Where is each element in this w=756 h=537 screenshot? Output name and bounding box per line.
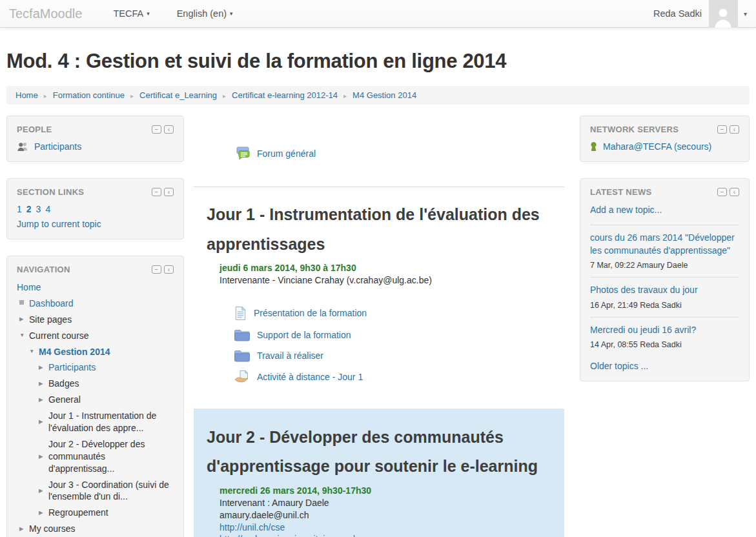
chevron-down-icon: ▾ (147, 10, 150, 17)
page-icon (234, 306, 247, 321)
tree-collapse-icon[interactable] (29, 348, 39, 355)
collapse-block-icon[interactable]: − (152, 125, 161, 134)
nav-item-m4-gestion-2014[interactable]: M4 Gestion 2014 (39, 346, 110, 358)
section-jour-2-heading: Jour 2 - Développer des communautés d'ap… (207, 423, 551, 481)
section-link-4[interactable]: 4 (45, 204, 50, 214)
section-link-1[interactable]: 1 (17, 204, 22, 214)
section-link-2-current[interactable]: 2 (26, 204, 32, 214)
nav-item-my-courses[interactable]: My courses (29, 523, 76, 535)
external-link-unil[interactable]: http://unil.ch/cse (220, 522, 285, 532)
dock-block-icon[interactable]: ‹ (164, 265, 174, 274)
breadcrumb-separator-icon: ▸ (44, 92, 47, 99)
tree-expand-icon[interactable] (39, 364, 48, 371)
tree-expand-icon[interactable] (39, 453, 48, 460)
tree-expand-icon[interactable] (39, 396, 48, 403)
dock-block-icon[interactable]: ‹ (164, 188, 174, 196)
section-number-links: 1234 (17, 204, 174, 214)
older-topics-link[interactable]: Older topics ... (590, 361, 648, 371)
collapse-block-icon[interactable]: − (152, 188, 161, 196)
jump-to-current-topic-link[interactable]: Jump to current topic (17, 219, 101, 229)
section-jour-1-heading: Jour 1 - Instrumentation de l'évaluation… (207, 200, 564, 259)
content-columns: PEOPLE − ‹ Participants (6, 116, 750, 537)
nav-item-participants[interactable]: Participants (48, 361, 96, 374)
news-item: Photos des travaux du jour 16 Apr, 21:49… (590, 284, 739, 310)
navigation-tree: Home Dashboard Site pages Current course… (17, 281, 174, 535)
mahara-server-icon (590, 141, 597, 152)
news-title-link[interactable]: Mercredi ou jeudi 16 avril? (590, 324, 739, 337)
nav-item-general[interactable]: General (48, 394, 81, 406)
dock-block-icon[interactable]: ‹ (730, 188, 739, 196)
block-people: PEOPLE − ‹ Participants (6, 116, 184, 162)
section-link-3[interactable]: 3 (36, 204, 41, 214)
block-latest-news: LATEST NEWS − ‹ Add a new topic... cours… (580, 178, 750, 381)
resource-link[interactable]: Support de la formation (257, 330, 351, 340)
user-menu-caret-icon[interactable]: ▾ (744, 10, 747, 17)
nav-item-regroupement[interactable]: Regroupement (48, 507, 108, 519)
block-section-links-title: SECTION LINKS (17, 187, 84, 197)
breadcrumb-formation-continue[interactable]: Formation continue (53, 90, 125, 100)
top-navbar: TecfaMoodle TECFA▾ English (en)▾ Reda Sa… (0, 0, 756, 28)
breadcrumb-certificat-elearning[interactable]: Certificat e_Learning (139, 90, 217, 100)
breadcrumb-certificat-2012-14[interactable]: Certificat e-learning 2012-14 (232, 90, 338, 100)
block-network-servers: NETWORK SERVERS − ‹ Mahara@TECFA (secour… (580, 116, 750, 162)
forum-activity: Forum général (235, 147, 564, 160)
nav-item-site-pages[interactable]: Site pages (29, 314, 72, 326)
mahara-tecfa-link[interactable]: Mahara@TECFA (secours) (603, 141, 711, 152)
section-jour-2-highlighted: Jour 2 - Développer des communautés d'ap… (194, 409, 564, 537)
session-date: mercredi 26 mars 2014, 9h30-17h30 (220, 485, 551, 497)
collapse-block-icon[interactable]: − (717, 125, 727, 134)
breadcrumb-m4-gestion[interactable]: M4 Gestion 2014 (352, 90, 416, 100)
news-meta: 14 Apr, 08:55 Reda Sadki (590, 340, 682, 349)
participants-link[interactable]: Participants (34, 141, 81, 152)
tree-expand-icon[interactable] (39, 418, 48, 425)
news-meta: 7 Mar, 09:22 Amaury Daele (590, 261, 688, 270)
section-jour-2-summary: mercredi 26 mars 2014, 9h30-17h30 Interv… (220, 485, 551, 537)
navbar-left: TecfaMoodle TECFA▾ English (en)▾ (0, 6, 260, 21)
course-content: Forum général Jour 1 - Instrumentation d… (194, 116, 564, 537)
tree-expand-icon[interactable] (19, 525, 29, 532)
nav-item-home[interactable]: Home (17, 281, 41, 294)
tree-expand-icon[interactable] (39, 487, 48, 494)
collapse-block-icon[interactable]: − (717, 188, 727, 196)
avatar[interactable] (709, 0, 738, 28)
nav-item-current-course[interactable]: Current course (29, 330, 89, 342)
breadcrumb-home[interactable]: Home (15, 90, 38, 100)
section-jour-1-summary: jeudi 6 mars 2014, 9h30 à 17h30 Interven… (220, 263, 564, 287)
activity-row: Présentation de la formation (234, 306, 564, 321)
session-speaker: Intervenant : Amaury Daele (220, 498, 551, 509)
site-logo[interactable]: TecfaMoodle (9, 6, 82, 21)
chevron-down-icon: ▾ (230, 10, 233, 17)
menu-tecfa[interactable]: TECFA▾ (113, 8, 149, 19)
nav-item-dashboard[interactable]: Dashboard (29, 298, 74, 310)
session-date: jeudi 6 mars 2014, 9h30 à 17h30 (220, 263, 564, 274)
left-column: PEOPLE − ‹ Participants (6, 116, 184, 537)
session-speaker: Intervenante - Vinciane Crahay (v.crahay… (220, 275, 564, 287)
news-divider (590, 225, 739, 225)
folder-icon (234, 329, 250, 341)
news-title-link[interactable]: Photos des travaux du jour (590, 284, 739, 297)
resource-link[interactable]: Travail à réaliser (257, 350, 323, 361)
tree-collapse-icon[interactable] (19, 332, 29, 339)
speaker-email: amaury.daele@unil.ch (220, 510, 551, 522)
dock-block-icon[interactable]: ‹ (164, 125, 174, 134)
dock-block-icon[interactable]: ‹ (730, 125, 739, 134)
news-title-link[interactable]: cours du 26 mars 2014 "Développer les co… (590, 232, 739, 257)
user-name[interactable]: Reda Sadki (653, 8, 702, 19)
activity-row: Support de la formation (234, 329, 564, 341)
external-link-wordpress[interactable]: http://pedagogieuniversitaire.wordpress.… (220, 534, 397, 537)
tree-expand-icon[interactable] (39, 509, 48, 516)
tree-expand-icon[interactable] (19, 316, 29, 323)
resource-link[interactable]: Activité à distance - Jour 1 (257, 372, 363, 382)
nav-item-jour2[interactable]: Jour 2 - Développer des communautés d'ap… (48, 438, 174, 475)
nav-item-badges[interactable]: Badges (48, 378, 79, 390)
forum-general-link[interactable]: Forum général (257, 148, 316, 159)
tree-expand-icon[interactable] (39, 380, 48, 387)
user-silhouette-icon (713, 6, 733, 28)
menu-language[interactable]: English (en)▾ (177, 8, 233, 19)
resource-link[interactable]: Présentation de la formation (254, 308, 367, 318)
nav-item-jour1[interactable]: Jour 1 - Instrumentation de l'évaluation… (48, 410, 174, 434)
nav-item-jour3[interactable]: Jour 3 - Coordination (suivi de l'ensemb… (48, 479, 174, 503)
collapse-block-icon[interactable]: − (152, 265, 161, 274)
add-new-topic-link[interactable]: Add a new topic... (590, 205, 662, 215)
news-divider (590, 317, 739, 318)
